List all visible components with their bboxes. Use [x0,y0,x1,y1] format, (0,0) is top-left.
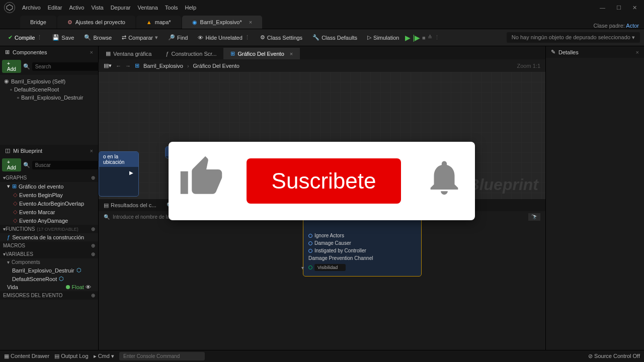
graph-node-spawn[interactable]: o en la ubicación ▶ [99,151,139,197]
diff-button[interactable]: ⇄Comparar▾ [118,32,162,43]
tab-mapa[interactable]: ▲mapa* [136,16,181,29]
tab-close-icon[interactable]: × [249,19,252,25]
node-pin-dropdown[interactable]: Visibilidad▾ [308,262,416,273]
graph-event[interactable]: ◇Evento AnyDamage [0,216,98,225]
tab-barril-explosivo[interactable]: ◉Barril_Explosivo*× [182,16,263,29]
add-icon[interactable]: ⊕ [91,293,95,298]
components-search-input[interactable] [32,62,102,71]
nav-back-icon[interactable]: ← [116,63,121,69]
eject-icon[interactable]: ≙ [428,34,432,41]
parent-class-link[interactable]: Actor [626,23,639,29]
menu-ventana[interactable]: Ventana [137,5,157,11]
variables-header[interactable]: ▾ VARIABLES⊕ [0,250,98,258]
menu-vista[interactable]: Vista [91,5,103,11]
node-pin[interactable]: Damage Causer [308,239,416,247]
close-icon[interactable]: × [90,49,93,55]
breadcrumb-root[interactable]: Barril_Explosivo [143,63,183,69]
node-pin[interactable]: Instigated by Controller [308,247,416,254]
save-button[interactable]: 💾Save [48,32,78,43]
check-icon: ✔ [8,34,13,41]
maximize-icon[interactable]: ☐ [613,4,624,12]
variable-item[interactable]: Barril_Explosivo_Destruir ⬡ [0,266,98,275]
compile-button[interactable]: ✔Compile⋮ [4,32,46,43]
graph-event[interactable]: ◇Evento BeginPlay [0,191,98,199]
graph-root[interactable]: ▾ ⊞Gráfico del evento [0,182,98,191]
center-tabs: ▦Ventana gráfica ƒConstruction Scr... ⊞G… [99,46,545,59]
components-panel-tab[interactable]: ⊞ Componentes × [0,46,98,58]
close-icon[interactable]: × [636,49,639,55]
function-icon: ƒ [166,51,169,57]
tab-bridge[interactable]: Bridge [20,16,56,29]
menu-depurar[interactable]: Depurar [111,5,131,11]
event-dispatchers-header[interactable]: EMISORES DEL EVENTO⊕ [0,291,98,300]
browse-icon: 🔍 [84,34,91,41]
close-icon[interactable]: × [90,148,93,154]
menu-editar[interactable]: Editar [48,5,62,11]
tab-construction[interactable]: ƒConstruction Scr... [158,48,223,59]
debug-object-selector[interactable]: No hay ningún objeto de depurado selecci… [507,32,640,43]
nav-fwd-icon[interactable]: → [125,63,131,69]
node-pin[interactable]: Ignore Actors [308,232,416,239]
close-icon[interactable]: × [290,51,293,57]
blueprint-icon: ◉ [192,19,197,26]
variables-components-header[interactable]: ▾ Components [0,258,98,266]
menu-help[interactable]: Help [185,5,196,11]
function-item[interactable]: ƒSecuencia de la construcción [0,233,98,241]
bell-icon[interactable] [424,155,465,208]
cmd-button[interactable]: ▸ Cmd ▾ [94,353,114,359]
details-panel-tab[interactable]: ✎ Detalles × [546,46,644,58]
simulation-button[interactable]: ▷Simulation [363,32,403,43]
blueprint-search-input[interactable] [32,161,102,169]
add-button[interactable]: + Add [2,158,21,171]
tab-viewport[interactable]: ▦Ventana gráfica [99,48,158,59]
play-icon[interactable]: ▶ [405,34,411,42]
search-icon: 🔍 [23,63,30,70]
add-icon[interactable]: ⊕ [91,251,95,257]
level-icon: ▲ [146,19,152,25]
variable-item[interactable]: Vida Float 👁 [0,283,98,291]
options-icon[interactable]: ⋮ [434,34,440,41]
add-icon[interactable]: ⊕ [91,243,95,248]
class-settings-button[interactable]: ⚙Class Settings [256,32,306,43]
browse-button[interactable]: 🔍Browse [80,32,116,43]
menu-tools[interactable]: Tools [165,5,178,11]
binoculars-icon[interactable]: 🔭 [528,213,540,221]
output-log-button[interactable]: ▤ Output Log [54,353,89,359]
graphs-header[interactable]: ▾ GRAPHS⊕ [0,173,98,182]
tree-item[interactable]: ▫Barril_Explosivo_Destruir [0,94,98,102]
tree-item[interactable]: ◦DefaultSceneRoot [0,85,98,94]
ue-logo-icon[interactable] [4,2,15,13]
console-input[interactable] [119,352,205,360]
menu-activo[interactable]: Activo [69,5,84,11]
add-component-button[interactable]: + Add [2,60,21,73]
class-defaults-button[interactable]: 🔧Class Defaults [308,32,361,43]
functions-header[interactable]: ▾ FUNCTIONS (17 OVERRIDABLE)⊕ [0,225,98,233]
menu-archivo[interactable]: Archivo [22,5,41,11]
dropdown-icon[interactable]: ▤▾ [104,62,112,69]
search-icon: 🔍 [23,162,30,168]
stop-icon[interactable]: ■ [422,35,426,41]
source-control-button[interactable]: ⊘ Source Control Off [588,353,640,359]
zoom-label: Zoom 1:1 [517,63,540,69]
add-icon[interactable]: ⊕ [91,226,95,232]
find-button[interactable]: 🔎Find [164,32,192,43]
content-drawer-button[interactable]: ▦ Content Drawer [4,353,49,359]
hide-unrelated-button[interactable]: 👁Hide Unrelated⋮ [194,32,254,43]
step-icon[interactable]: |▶ [413,34,420,42]
tab-event-graph[interactable]: ⊞Gráfico Del Evento× [223,48,300,59]
graph-event[interactable]: ◇Evento ActorBeginOverlap [0,199,98,208]
graph-event[interactable]: ◇Evento Marcar [0,208,98,216]
tree-item[interactable]: ◉Barril_Explosivo (Self) [0,77,98,85]
tab-project-settings[interactable]: ⚙Ajustes del proyecto [57,16,135,29]
thumbs-up-icon[interactable] [179,154,224,208]
macros-header[interactable]: MACROS⊕ [0,241,98,250]
add-icon[interactable]: ⊕ [91,175,95,180]
search-icon: 🔍 [104,214,110,220]
minimize-icon[interactable]: — [597,4,608,12]
tab-compiler-results[interactable]: ▤Resultados del c... [99,200,162,211]
eye-icon[interactable]: 👁 [86,284,91,290]
my-blueprint-panel-tab[interactable]: ◫ Mi Blueprint × [0,145,98,156]
subscribe-button[interactable]: Suscribete [247,158,401,204]
close-icon[interactable]: ✕ [629,4,640,12]
variable-item[interactable]: DefaultSceneRoot ⬡ [0,275,98,283]
